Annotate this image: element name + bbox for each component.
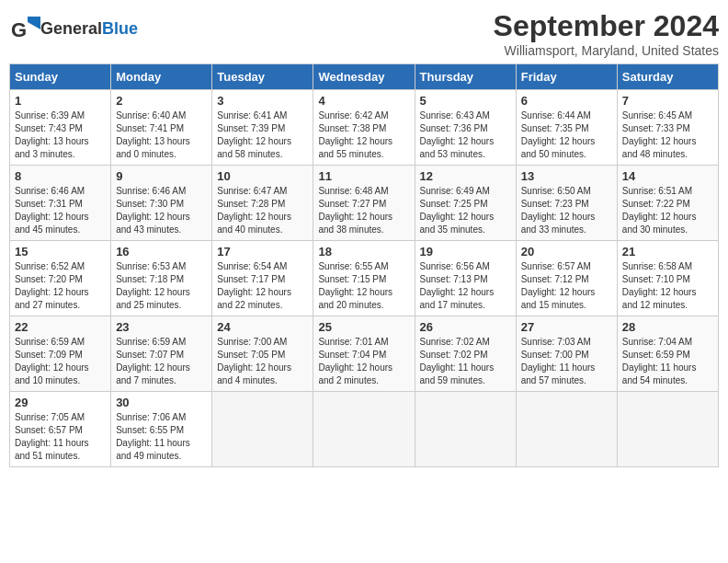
day-cell: 21Sunrise: 6:58 AMSunset: 7:10 PMDayligh… (617, 241, 718, 316)
day-number: 12 (420, 169, 511, 183)
logo-icon: G (9, 13, 40, 44)
day-cell: 25Sunrise: 7:01 AMSunset: 7:04 PMDayligh… (313, 316, 415, 392)
day-cell: 28Sunrise: 7:04 AMSunset: 6:59 PMDayligh… (617, 316, 718, 392)
day-info: Sunrise: 6:57 AMSunset: 7:12 PMDaylight:… (521, 260, 612, 312)
day-info: Sunrise: 6:47 AMSunset: 7:28 PMDaylight:… (217, 185, 308, 236)
day-info: Sunrise: 6:39 AMSunset: 7:43 PMDaylight:… (15, 109, 106, 161)
day-info: Sunrise: 6:55 AMSunset: 7:15 PMDaylight:… (318, 260, 409, 312)
day-cell: 30Sunrise: 7:06 AMSunset: 6:55 PMDayligh… (111, 392, 212, 467)
day-number: 6 (521, 94, 612, 108)
day-number: 2 (116, 94, 207, 108)
col-saturday: Saturday (617, 64, 718, 90)
day-cell: 7Sunrise: 6:45 AMSunset: 7:33 PMDaylight… (617, 90, 718, 166)
month-title: September 2024 (494, 9, 719, 43)
week-row-2: 8Sunrise: 6:46 AMSunset: 7:31 PMDaylight… (10, 166, 719, 241)
day-number: 5 (420, 94, 511, 108)
day-number: 25 (318, 320, 409, 334)
day-info: Sunrise: 7:01 AMSunset: 7:04 PMDaylight:… (318, 336, 409, 387)
day-number: 24 (217, 320, 308, 334)
day-number: 3 (217, 94, 308, 108)
day-info: Sunrise: 6:46 AMSunset: 7:30 PMDaylight:… (116, 185, 207, 236)
day-info: Sunrise: 6:50 AMSunset: 7:23 PMDaylight:… (521, 185, 612, 236)
day-number: 4 (318, 94, 409, 108)
week-row-4: 22Sunrise: 6:59 AMSunset: 7:09 PMDayligh… (10, 316, 719, 392)
day-cell: 20Sunrise: 6:57 AMSunset: 7:12 PMDayligh… (516, 241, 617, 316)
page-header: G GeneralBlue September 2024 Williamspor… (9, 9, 719, 58)
day-info: Sunrise: 6:54 AMSunset: 7:17 PMDaylight:… (217, 260, 308, 312)
day-cell: 11Sunrise: 6:48 AMSunset: 7:27 PMDayligh… (313, 166, 415, 241)
day-cell: 14Sunrise: 6:51 AMSunset: 7:22 PMDayligh… (617, 166, 718, 241)
day-number: 15 (15, 245, 106, 259)
day-info: Sunrise: 6:56 AMSunset: 7:13 PMDaylight:… (420, 260, 511, 312)
col-tuesday: Tuesday (212, 64, 313, 90)
day-info: Sunrise: 7:04 AMSunset: 6:59 PMDaylight:… (622, 336, 713, 387)
location: Williamsport, Maryland, United States (494, 43, 719, 58)
day-cell: 4Sunrise: 6:42 AMSunset: 7:38 PMDaylight… (313, 90, 415, 166)
day-info: Sunrise: 6:46 AMSunset: 7:31 PMDaylight:… (15, 185, 106, 236)
day-info: Sunrise: 6:51 AMSunset: 7:22 PMDaylight:… (622, 185, 713, 236)
day-cell: 18Sunrise: 6:55 AMSunset: 7:15 PMDayligh… (313, 241, 415, 316)
day-number: 11 (318, 169, 409, 183)
logo: G GeneralBlue (9, 9, 138, 44)
day-cell: 27Sunrise: 7:03 AMSunset: 7:00 PMDayligh… (516, 316, 617, 392)
week-row-1: 1Sunrise: 6:39 AMSunset: 7:43 PMDaylight… (10, 90, 719, 166)
day-number: 19 (420, 245, 511, 259)
day-info: Sunrise: 6:58 AMSunset: 7:10 PMDaylight:… (622, 260, 713, 312)
day-info: Sunrise: 7:00 AMSunset: 7:05 PMDaylight:… (217, 336, 308, 387)
day-cell: 3Sunrise: 6:41 AMSunset: 7:39 PMDaylight… (212, 90, 313, 166)
day-info: Sunrise: 6:45 AMSunset: 7:33 PMDaylight:… (622, 109, 713, 161)
day-info: Sunrise: 6:48 AMSunset: 7:27 PMDaylight:… (318, 185, 409, 236)
day-info: Sunrise: 6:52 AMSunset: 7:20 PMDaylight:… (15, 260, 106, 312)
col-wednesday: Wednesday (313, 64, 415, 90)
day-number: 18 (318, 245, 409, 259)
svg-marker-1 (28, 17, 40, 29)
day-cell: 5Sunrise: 6:43 AMSunset: 7:36 PMDaylight… (415, 90, 516, 166)
day-info: Sunrise: 7:06 AMSunset: 6:55 PMDaylight:… (116, 411, 207, 463)
day-number: 23 (116, 320, 207, 334)
day-number: 7 (622, 94, 713, 108)
day-cell: 16Sunrise: 6:53 AMSunset: 7:18 PMDayligh… (111, 241, 212, 316)
col-thursday: Thursday (415, 64, 516, 90)
day-number: 27 (521, 320, 612, 334)
day-number: 9 (116, 169, 207, 183)
day-number: 17 (217, 245, 308, 259)
day-cell (617, 392, 718, 467)
week-row-5: 29Sunrise: 7:05 AMSunset: 6:57 PMDayligh… (10, 392, 719, 467)
day-cell: 19Sunrise: 6:56 AMSunset: 7:13 PMDayligh… (415, 241, 516, 316)
day-number: 22 (15, 320, 106, 334)
day-cell (313, 392, 415, 467)
header-row: Sunday Monday Tuesday Wednesday Thursday… (10, 64, 719, 90)
day-cell (415, 392, 516, 467)
day-cell: 1Sunrise: 6:39 AMSunset: 7:43 PMDaylight… (10, 90, 111, 166)
day-number: 30 (116, 396, 207, 409)
day-info: Sunrise: 6:53 AMSunset: 7:18 PMDaylight:… (116, 260, 207, 312)
day-number: 8 (15, 169, 106, 183)
day-info: Sunrise: 6:42 AMSunset: 7:38 PMDaylight:… (318, 109, 409, 161)
day-number: 1 (15, 94, 106, 108)
day-cell: 24Sunrise: 7:00 AMSunset: 7:05 PMDayligh… (212, 316, 313, 392)
day-info: Sunrise: 6:44 AMSunset: 7:35 PMDaylight:… (521, 109, 612, 161)
day-number: 26 (420, 320, 511, 334)
logo-general-text: General (40, 19, 102, 38)
day-cell (212, 392, 313, 467)
day-cell: 26Sunrise: 7:02 AMSunset: 7:02 PMDayligh… (415, 316, 516, 392)
day-cell: 13Sunrise: 6:50 AMSunset: 7:23 PMDayligh… (516, 166, 617, 241)
day-cell: 9Sunrise: 6:46 AMSunset: 7:30 PMDaylight… (111, 166, 212, 241)
day-cell: 6Sunrise: 6:44 AMSunset: 7:35 PMDaylight… (516, 90, 617, 166)
week-row-3: 15Sunrise: 6:52 AMSunset: 7:20 PMDayligh… (10, 241, 719, 316)
day-number: 16 (116, 245, 207, 259)
day-info: Sunrise: 6:59 AMSunset: 7:07 PMDaylight:… (116, 336, 207, 387)
title-area: September 2024 Williamsport, Maryland, U… (494, 9, 719, 58)
day-info: Sunrise: 7:03 AMSunset: 7:00 PMDaylight:… (521, 336, 612, 387)
day-cell: 17Sunrise: 6:54 AMSunset: 7:17 PMDayligh… (212, 241, 313, 316)
calendar-table: Sunday Monday Tuesday Wednesday Thursday… (9, 63, 719, 467)
day-cell: 10Sunrise: 6:47 AMSunset: 7:28 PMDayligh… (212, 166, 313, 241)
day-info: Sunrise: 7:02 AMSunset: 7:02 PMDaylight:… (420, 336, 511, 387)
day-cell (516, 392, 617, 467)
day-info: Sunrise: 6:43 AMSunset: 7:36 PMDaylight:… (420, 109, 511, 161)
day-info: Sunrise: 6:40 AMSunset: 7:41 PMDaylight:… (116, 109, 207, 161)
day-cell: 15Sunrise: 6:52 AMSunset: 7:20 PMDayligh… (10, 241, 111, 316)
col-friday: Friday (516, 64, 617, 90)
logo-blue-text: Blue (102, 19, 138, 38)
day-number: 10 (217, 169, 308, 183)
